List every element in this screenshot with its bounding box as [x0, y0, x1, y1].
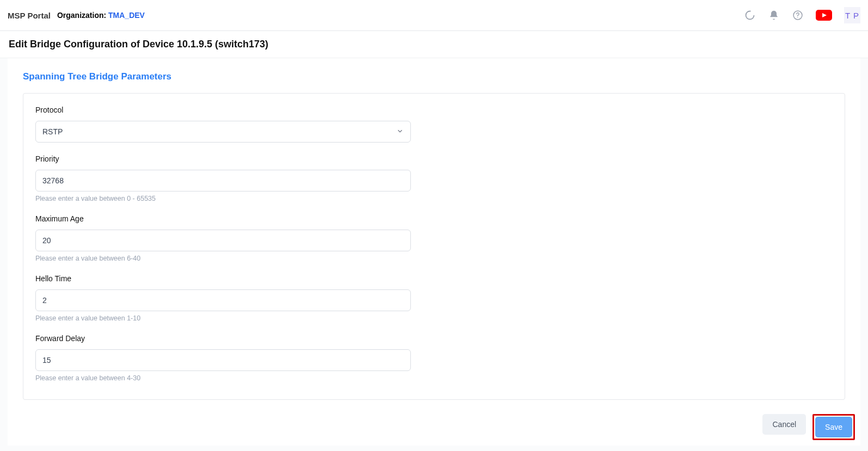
forward-delay-label: Forward Delay: [35, 334, 416, 343]
maximum-age-input[interactable]: [42, 230, 404, 251]
priority-field-group: Priority Please enter a value between 0 …: [35, 155, 416, 202]
protocol-value: RSTP: [42, 127, 63, 136]
youtube-icon[interactable]: [816, 10, 832, 21]
hello-time-label: Hello Time: [35, 274, 416, 283]
page-title: Edit Bridge Configuration of Device 10.1…: [9, 39, 859, 50]
protocol-label: Protocol: [35, 106, 416, 114]
maximum-age-label: Maximum Age: [35, 214, 416, 223]
panel-body: Protocol RSTP Priority Please enter a va…: [23, 93, 845, 400]
user-avatar[interactable]: T P: [844, 7, 860, 23]
protocol-field-group: Protocol RSTP: [35, 106, 416, 143]
brand-label: MSP Portal: [8, 11, 51, 20]
priority-label: Priority: [35, 155, 416, 163]
header-left: MSP Portal Organization: TMA_DEV: [8, 11, 145, 20]
save-button[interactable]: Save: [815, 417, 852, 437]
forward-delay-input-wrap: [35, 349, 411, 371]
hello-time-input-wrap: [35, 289, 411, 311]
bell-icon[interactable]: [768, 9, 780, 21]
hello-time-input[interactable]: [42, 290, 404, 311]
app-header: MSP Portal Organization: TMA_DEV T P: [0, 0, 868, 31]
maximum-age-help: Please enter a value between 6-40: [35, 255, 416, 262]
svg-point-0: [746, 11, 754, 20]
forward-delay-field-group: Forward Delay Please enter a value betwe…: [35, 334, 416, 382]
protocol-select[interactable]: RSTP: [35, 121, 411, 143]
header-right: T P: [744, 7, 860, 23]
maximum-age-input-wrap: [35, 230, 411, 251]
save-button-highlight: Save: [812, 414, 855, 440]
priority-input-wrap: [35, 170, 411, 191]
org-block: Organization: TMA_DEV: [57, 11, 145, 20]
forward-delay-input[interactable]: [42, 350, 404, 370]
org-value[interactable]: TMA_DEV: [108, 11, 145, 20]
bridge-params-panel: Spanning Tree Bridge Parameters Protocol…: [8, 58, 860, 446]
loading-icon[interactable]: [744, 9, 756, 21]
forward-delay-help: Please enter a value between 4-30: [35, 374, 416, 382]
maximum-age-field-group: Maximum Age Please enter a value between…: [35, 214, 416, 262]
org-label: Organization:: [57, 11, 106, 20]
chevron-down-icon: [396, 127, 404, 137]
hello-time-field-group: Hello Time Please enter a value between …: [35, 274, 416, 322]
footer-actions: Cancel Save: [8, 400, 860, 446]
svg-point-2: [797, 17, 798, 18]
help-icon[interactable]: [792, 9, 804, 21]
page-title-bar: Edit Bridge Configuration of Device 10.1…: [0, 31, 868, 58]
content: Spanning Tree Bridge Parameters Protocol…: [0, 58, 868, 451]
cancel-button[interactable]: Cancel: [762, 414, 806, 435]
hello-time-help: Please enter a value between 1-10: [35, 314, 416, 322]
panel-title: Spanning Tree Bridge Parameters: [8, 58, 860, 93]
priority-help: Please enter a value between 0 - 65535: [35, 195, 416, 202]
priority-input[interactable]: [42, 170, 404, 191]
